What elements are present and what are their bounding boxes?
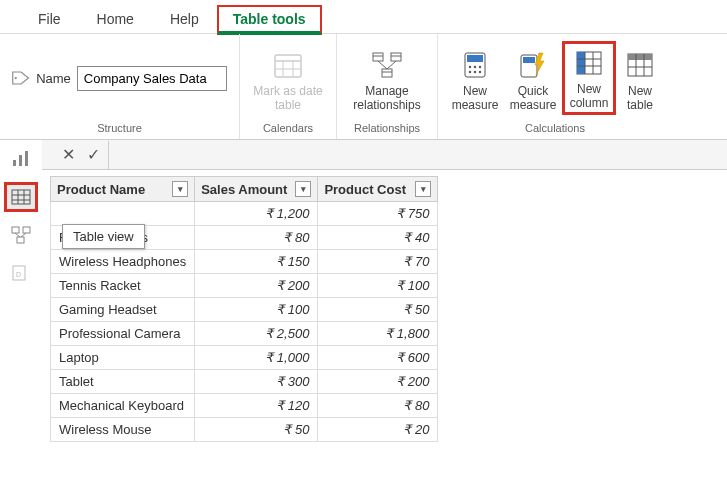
table-row[interactable]: Laptop₹ 1,000₹ 600 xyxy=(51,346,438,370)
cell-cost: ₹ 70 xyxy=(318,250,438,274)
svg-rect-31 xyxy=(628,54,652,60)
col-cost-header: Product Cost xyxy=(324,182,406,197)
relationship-icon xyxy=(371,51,403,79)
cell-product: Mechanical Keyboard xyxy=(51,394,195,418)
new-measure-button[interactable]: New measure xyxy=(446,44,504,112)
cell-sales: ₹ 50 xyxy=(195,418,318,442)
view-rail: D xyxy=(0,140,42,442)
new-table-button[interactable]: New table xyxy=(616,44,664,112)
new-column-label: New column xyxy=(570,82,609,110)
cell-sales: ₹ 200 xyxy=(195,274,318,298)
model-icon xyxy=(11,226,31,244)
svg-point-18 xyxy=(479,66,481,68)
svg-rect-35 xyxy=(13,160,16,166)
calendar-icon xyxy=(273,51,303,79)
col-sales-header: Sales Amount xyxy=(201,182,287,197)
table-name-input[interactable] xyxy=(77,66,227,91)
model-view-button[interactable] xyxy=(4,220,38,250)
svg-point-16 xyxy=(469,66,471,68)
group-structure-label: Structure xyxy=(97,120,142,137)
svg-point-20 xyxy=(474,71,476,73)
cell-product: Laptop xyxy=(51,346,195,370)
cell-product: Tennis Racket xyxy=(51,274,195,298)
cell-product: Professional Camera xyxy=(51,322,195,346)
svg-line-46 xyxy=(15,233,20,237)
cell-cost: ₹ 100 xyxy=(318,274,438,298)
new-table-label: New table xyxy=(627,84,653,112)
group-calendars-label: Calendars xyxy=(263,120,313,137)
cancel-formula-button[interactable]: ✕ xyxy=(62,145,75,164)
svg-rect-1 xyxy=(275,55,301,77)
commit-formula-button[interactable]: ✓ xyxy=(87,145,100,164)
svg-rect-7 xyxy=(391,53,401,61)
svg-text:D: D xyxy=(16,271,21,278)
new-table-icon xyxy=(627,53,653,77)
tab-file[interactable]: File xyxy=(20,5,79,33)
manage-relationships-label: Manage relationships xyxy=(353,84,420,112)
filter-button[interactable]: ▾ xyxy=(415,181,431,197)
quick-measure-button[interactable]: Quick measure xyxy=(504,44,562,112)
tab-table-tools[interactable]: Table tools xyxy=(217,5,322,35)
cell-sales: ₹ 120 xyxy=(195,394,318,418)
group-relationships-label: Relationships xyxy=(354,120,420,137)
cell-product: Wireless Mouse xyxy=(51,418,195,442)
quick-measure-label: Quick measure xyxy=(510,84,557,112)
cell-cost: ₹ 50 xyxy=(318,298,438,322)
table-row[interactable]: Gaming Headset₹ 100₹ 50 xyxy=(51,298,438,322)
table-view-tooltip: Table view xyxy=(62,224,145,249)
table-row[interactable]: Tablet₹ 300₹ 200 xyxy=(51,370,438,394)
svg-rect-37 xyxy=(25,151,28,166)
table-view-button[interactable] xyxy=(4,182,38,212)
svg-rect-45 xyxy=(17,237,24,243)
filter-button[interactable]: ▾ xyxy=(295,181,311,197)
formula-bar: ✕ ✓ xyxy=(42,140,727,170)
new-column-button[interactable]: New column xyxy=(562,41,616,115)
cell-product: Wireless Headphones xyxy=(51,250,195,274)
svg-rect-44 xyxy=(23,227,30,233)
new-column-icon xyxy=(576,51,602,75)
manage-relationships-button[interactable]: Manage relationships xyxy=(345,44,429,112)
cell-cost: ₹ 40 xyxy=(318,226,438,250)
table-row[interactable]: Wireless Mouse₹ 50₹ 20 xyxy=(51,418,438,442)
svg-point-21 xyxy=(479,71,481,73)
svg-rect-38 xyxy=(12,190,30,204)
tag-icon xyxy=(12,71,30,85)
table-icon xyxy=(11,189,31,205)
cell-sales: ₹ 2,500 xyxy=(195,322,318,346)
table-row[interactable]: ₹ 1,200₹ 750 xyxy=(51,202,438,226)
cell-product: Gaming Headset xyxy=(51,298,195,322)
svg-line-13 xyxy=(387,61,396,69)
table-row[interactable]: Mechanical Keyboard₹ 120₹ 80 xyxy=(51,394,438,418)
filter-button[interactable]: ▾ xyxy=(172,181,188,197)
new-measure-label: New measure xyxy=(452,84,499,112)
formula-input[interactable] xyxy=(108,141,727,169)
svg-point-19 xyxy=(469,71,471,73)
dax-icon: D xyxy=(11,264,31,282)
cell-product: Tablet xyxy=(51,370,195,394)
svg-rect-23 xyxy=(523,57,535,63)
svg-point-17 xyxy=(474,66,476,68)
table-row[interactable]: Tennis Racket₹ 200₹ 100 xyxy=(51,274,438,298)
svg-rect-36 xyxy=(19,155,22,166)
mark-as-date-label: Mark as date table xyxy=(253,84,322,112)
table-row[interactable]: Professional Camera₹ 2,500₹ 1,800 xyxy=(51,322,438,346)
ribbon: Name Structure Mark as date table xyxy=(0,34,727,140)
svg-rect-15 xyxy=(467,55,483,62)
cell-cost: ₹ 1,800 xyxy=(318,322,438,346)
cell-product xyxy=(51,202,195,226)
svg-line-47 xyxy=(21,233,26,237)
group-calculations-label: Calculations xyxy=(525,120,585,137)
svg-line-12 xyxy=(378,61,387,69)
cell-sales: ₹ 80 xyxy=(195,226,318,250)
svg-rect-43 xyxy=(12,227,19,233)
dax-view-button[interactable]: D xyxy=(4,258,38,288)
table-row[interactable]: Wireless Headphones₹ 150₹ 70 xyxy=(51,250,438,274)
svg-rect-25 xyxy=(577,52,585,74)
tab-help[interactable]: Help xyxy=(152,5,217,33)
chart-icon xyxy=(11,150,31,168)
cell-cost: ₹ 20 xyxy=(318,418,438,442)
mark-as-date-table-button[interactable]: Mark as date table xyxy=(248,44,328,112)
cell-sales: ₹ 100 xyxy=(195,298,318,322)
report-view-button[interactable] xyxy=(4,144,38,174)
tab-home[interactable]: Home xyxy=(79,5,152,33)
